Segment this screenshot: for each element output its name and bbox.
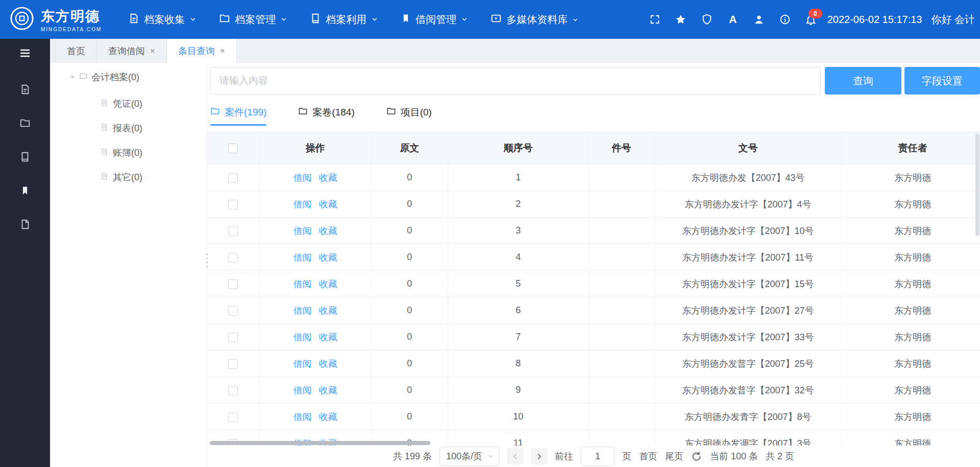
menu-borrow-manage[interactable]: 借阅管理 xyxy=(401,13,468,27)
info-icon[interactable] xyxy=(779,13,791,26)
total-count: 共 199 条 xyxy=(393,450,432,462)
cell-author: 东方明德 xyxy=(842,297,980,324)
tab-cases[interactable]: 案件(199) xyxy=(210,106,266,126)
tab-label: 首页 xyxy=(67,45,85,57)
last-page-button[interactable]: 尾页 xyxy=(665,450,683,462)
logo: 东方明德 MINGDEDATA.COM xyxy=(0,6,102,33)
row-checkbox[interactable] xyxy=(228,359,238,369)
borrow-link[interactable]: 借阅 xyxy=(293,306,312,316)
tab-label: 案件(199) xyxy=(225,106,266,119)
query-button[interactable]: 查询 xyxy=(825,67,901,95)
refresh-icon[interactable] xyxy=(691,451,702,462)
tab-label: 案卷(184) xyxy=(312,106,354,119)
tree-item[interactable]: 报表(0) xyxy=(50,116,207,141)
borrow-link[interactable]: 借阅 xyxy=(293,332,312,342)
cell-select xyxy=(207,218,259,244)
menu-archive-use[interactable]: 档案利用 xyxy=(310,13,378,27)
borrow-link[interactable]: 借阅 xyxy=(293,252,312,263)
star-icon[interactable] xyxy=(675,13,687,26)
row-checkbox[interactable] xyxy=(228,306,238,316)
horizontal-scrollbar-thumb[interactable] xyxy=(210,441,430,445)
tab-entry-query[interactable]: 条目查询 × xyxy=(167,39,237,63)
tree-item[interactable]: 账簿(0) xyxy=(50,141,207,165)
menu-media-library[interactable]: 多媒体资料库 xyxy=(491,13,578,27)
favorite-link[interactable]: 收藏 xyxy=(319,332,337,342)
borrow-link[interactable]: 借阅 xyxy=(293,173,312,183)
borrow-link[interactable]: 借阅 xyxy=(293,226,312,236)
vertical-scrollbar-thumb[interactable] xyxy=(975,134,979,236)
cell-doc-no: 东方明德办发计字【2007】33号 xyxy=(654,324,842,351)
favorite-link[interactable]: 收藏 xyxy=(319,199,337,209)
rail-document-icon[interactable] xyxy=(19,83,31,96)
cell-item-no xyxy=(589,165,654,191)
favorite-link[interactable]: 收藏 xyxy=(319,306,337,316)
cell-doc-no: 东方明德办发计字【2007】10号 xyxy=(654,218,842,244)
cell-select xyxy=(207,191,259,218)
cell-original: 0 xyxy=(371,271,448,297)
row-checkbox[interactable] xyxy=(228,200,238,209)
menu-archive-collect[interactable]: 档案收集 xyxy=(128,13,197,27)
borrow-link[interactable]: 借阅 xyxy=(293,385,312,395)
page-number-input[interactable] xyxy=(581,447,615,466)
tree-root-accounting-archive[interactable]: 会计档案(0) xyxy=(50,67,207,87)
next-page-button[interactable] xyxy=(531,448,547,464)
favorite-link[interactable]: 收藏 xyxy=(319,173,337,183)
borrow-link[interactable]: 借阅 xyxy=(293,279,312,289)
fullscreen-icon[interactable] xyxy=(649,13,661,26)
row-checkbox[interactable] xyxy=(228,173,238,183)
borrow-link[interactable]: 借阅 xyxy=(293,199,312,209)
cell-item-no xyxy=(589,377,654,404)
close-icon[interactable]: × xyxy=(150,46,155,55)
font-size-icon[interactable]: A xyxy=(727,13,739,26)
cell-seq: 1 xyxy=(448,165,589,191)
rail-file-icon[interactable] xyxy=(19,218,31,230)
folder-icon xyxy=(219,13,230,27)
favorite-link[interactable]: 收藏 xyxy=(319,412,337,422)
menu-archive-manage[interactable]: 档案管理 xyxy=(219,13,287,27)
user-icon[interactable] xyxy=(753,13,765,26)
tree-item[interactable]: 凭证(0) xyxy=(50,91,207,116)
tab-query-borrow[interactable]: 查询借阅 × xyxy=(97,39,167,63)
select-all-checkbox[interactable] xyxy=(228,144,238,153)
cell-doc-no: 东方明德办发计字【2007】4号 xyxy=(654,191,842,218)
close-icon[interactable]: × xyxy=(220,46,225,55)
bell-icon[interactable]: 0 xyxy=(805,13,817,26)
first-page-button[interactable]: 首页 xyxy=(639,450,657,462)
hamburger-menu-icon[interactable] xyxy=(19,47,31,59)
search-input[interactable] xyxy=(210,67,821,95)
tab-home[interactable]: 首页 xyxy=(55,39,97,63)
menu-label: 借阅管理 xyxy=(415,13,456,27)
result-tabs: 案件(199) 案卷(184) 项目(0) xyxy=(207,95,980,126)
menu-label: 档案利用 xyxy=(326,13,366,27)
rail-bookmark-icon[interactable] xyxy=(19,184,31,197)
menu-label: 多媒体资料库 xyxy=(506,13,568,27)
row-checkbox[interactable] xyxy=(228,412,238,422)
horizontal-scrollbar[interactable] xyxy=(207,440,980,446)
borrow-link[interactable]: 借阅 xyxy=(293,412,312,422)
field-settings-button[interactable]: 字段设置 xyxy=(904,67,980,95)
cell-original: 0 xyxy=(371,351,448,377)
favorite-link[interactable]: 收藏 xyxy=(319,252,337,263)
row-checkbox[interactable] xyxy=(228,279,238,289)
shield-icon[interactable] xyxy=(701,13,713,26)
cell-select xyxy=(207,297,259,324)
tab-projects[interactable]: 项目(0) xyxy=(386,106,432,126)
bookmark-icon xyxy=(401,13,411,26)
row-checkbox[interactable] xyxy=(228,226,238,236)
page-size-select[interactable]: 100条/页 xyxy=(439,447,499,466)
tab-files[interactable]: 案卷(184) xyxy=(298,106,354,126)
row-checkbox[interactable] xyxy=(228,253,238,263)
borrow-link[interactable]: 借阅 xyxy=(293,359,312,369)
rail-folder-icon[interactable] xyxy=(19,117,31,129)
row-checkbox[interactable] xyxy=(228,333,238,342)
favorite-link[interactable]: 收藏 xyxy=(319,359,337,369)
cell-seq: 8 xyxy=(448,351,589,377)
row-checkbox[interactable] xyxy=(228,386,238,395)
favorite-link[interactable]: 收藏 xyxy=(319,385,337,395)
prev-page-button[interactable] xyxy=(507,448,523,464)
favorite-link[interactable]: 收藏 xyxy=(319,226,337,236)
rail-book-icon[interactable] xyxy=(19,151,31,163)
favorite-link[interactable]: 收藏 xyxy=(319,279,337,289)
panel-splitter-handle[interactable] xyxy=(204,244,209,276)
tree-item[interactable]: 其它(0) xyxy=(50,165,207,190)
